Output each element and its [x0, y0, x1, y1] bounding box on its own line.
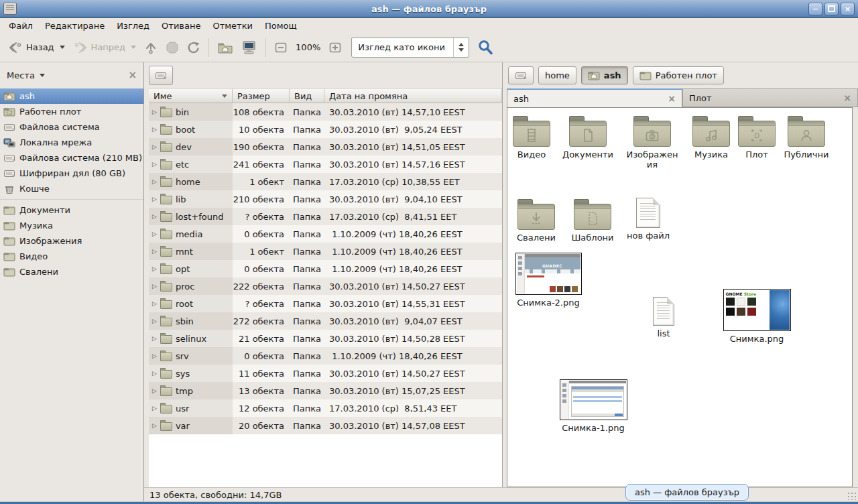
sidebar-item-downloads[interactable]: Свалени [0, 264, 143, 279]
table-row[interactable]: ▷selinux21 обектаПапка30.03.2010 (вт) 14… [149, 330, 502, 347]
expander-icon[interactable]: ▷ [152, 336, 157, 342]
tab-close-icon[interactable]: × [668, 94, 676, 103]
column-header-name[interactable]: Име [149, 88, 233, 103]
breadcrumb-desktop[interactable]: Работен плот [633, 66, 724, 84]
table-row[interactable]: ▷root? обектаПапка30.03.2010 (вт) 14,55,… [149, 295, 502, 312]
back-history-dropdown-icon[interactable] [60, 46, 65, 49]
icon-item-image-snimka[interactable]: GNOME StoreСнимка.png [721, 289, 793, 344]
expander-icon[interactable]: ▷ [152, 318, 157, 324]
expander-icon[interactable]: ▷ [152, 127, 157, 133]
table-row[interactable]: ▷media0 обектаПапка 1.10.2009 (чт) 18,40… [149, 225, 502, 243]
menu-item-bookmarks[interactable]: Отметки [206, 18, 258, 33]
table-row[interactable]: ▷lib210 обектаПапка30.03.2010 (вт) 9,04,… [149, 190, 502, 208]
expander-icon[interactable]: ▷ [152, 388, 157, 394]
icon-item-folder-public[interactable]: Публични [778, 115, 835, 160]
maximize-button[interactable] [824, 3, 839, 15]
column-header-date[interactable]: Дата на промяна [324, 88, 502, 103]
sidebar-item-home-ash[interactable]: ash [0, 88, 143, 104]
sidebar-mode-select[interactable]: Места [7, 70, 45, 80]
sidebar-item-trash[interactable]: Кошче [0, 181, 143, 196]
zoom-out-button[interactable] [270, 38, 292, 57]
resize-grip[interactable] [847, 492, 857, 500]
table-row[interactable]: ▷bin108 обектаПапка30.03.2010 (вт) 14,57… [149, 103, 502, 121]
table-row[interactable]: ▷proc222 обектаПапка30.03.2010 (вт) 14,5… [149, 277, 502, 295]
combo-spinner-icon[interactable] [454, 43, 469, 52]
menu-item-go[interactable]: Отиване [156, 18, 206, 33]
table-row[interactable]: ▷boot10 обектаПапка30.03.2010 (вт) 9,05,… [149, 121, 502, 138]
table-row[interactable]: ▷sys11 обектаПапка30.03.2010 (вт) 14,50,… [149, 365, 502, 382]
table-row[interactable]: ▷var20 обектаПапка30.03.2010 (вт) 14,57,… [149, 417, 502, 434]
breadcrumb-home[interactable]: home [538, 66, 576, 84]
tab-close-icon[interactable]: × [843, 93, 851, 103]
expander-icon[interactable]: ▷ [152, 231, 157, 237]
sidebar-item-pictures[interactable]: Изображения [0, 233, 143, 249]
titlebar[interactable]: ash — файлов браузър − × [0, 0, 858, 18]
table-row[interactable]: ▷dev190 обектаПапка30.03.2010 (вт) 14,51… [149, 138, 502, 155]
icon-item-image-snimka2[interactable]: GUADECСнимка-2.png [513, 253, 584, 308]
icon-view[interactable]: ВидеоДокументиИзображенияМузикаDПлотПубл… [507, 107, 853, 487]
table-row[interactable]: ▷srv0 обектаПапка 1.10.2009 (чт) 18,40,2… [149, 347, 502, 365]
menu-item-help[interactable]: Помощ [259, 18, 303, 33]
icon-item-folder-pictures[interactable]: Изображения [625, 115, 679, 170]
expander-icon[interactable]: ▷ [152, 423, 157, 429]
table-row[interactable]: ▷opt0 обектаПапка 1.10.2009 (чт) 18,40,2… [149, 260, 502, 277]
expander-icon[interactable]: ▷ [152, 162, 157, 168]
expander-icon[interactable]: ▷ [152, 284, 157, 290]
table-row[interactable]: ▷etc241 обектаПапка30.03.2010 (вт) 14,57… [149, 155, 502, 173]
column-header-size[interactable]: Размер [233, 88, 290, 103]
tab-ash[interactable]: ash× [507, 88, 682, 107]
forward-button[interactable]: Напред [69, 38, 140, 58]
menu-item-edit[interactable]: Редактиране [39, 18, 111, 33]
sidebar-item-filesystem-210mb[interactable]: Файлова система (210 MB) [0, 150, 143, 166]
table-row[interactable]: ▷lost+found? обектаПапка17.03.2010 (ср) … [149, 208, 502, 225]
expander-icon[interactable]: ▷ [152, 353, 157, 359]
expander-icon[interactable]: ▷ [152, 405, 157, 412]
table-row[interactable]: ▷home1 обектПапка17.03.2010 (ср) 10,38,5… [149, 173, 502, 190]
column-header-type[interactable]: Вид [290, 88, 324, 103]
sidebar-item-filesystem[interactable]: Файлова система [0, 119, 143, 135]
breadcrumb-ash[interactable]: ash [581, 66, 628, 84]
expander-icon[interactable]: ▷ [152, 266, 157, 272]
forward-history-dropdown-icon[interactable] [131, 46, 136, 49]
minimize-button[interactable]: − [808, 3, 822, 15]
icon-item-folder-desktop[interactable]: DПлот [733, 115, 780, 160]
icon-item-file-list[interactable]: list [637, 297, 690, 338]
tab-plot[interactable]: Плот× [682, 88, 858, 107]
icon-item-file-new[interactable]: нов файл [620, 198, 676, 241]
menu-item-file[interactable]: Файл [3, 18, 39, 33]
breadcrumb-root-drive[interactable] [508, 66, 534, 84]
expander-icon[interactable]: ▷ [152, 301, 157, 307]
reload-button[interactable] [183, 38, 204, 58]
table-row[interactable]: ▷tmp13 обектаПапка30.03.2010 (вт) 15,07,… [149, 382, 502, 399]
sidebar-item-videos[interactable]: Видео [0, 249, 143, 264]
list-pane-location-button[interactable] [149, 66, 173, 85]
table-row[interactable]: ▷sbin272 обектаПапка30.03.2010 (вт) 9,04… [149, 312, 502, 330]
computer-button[interactable] [237, 37, 261, 58]
expander-icon[interactable]: ▷ [152, 371, 157, 377]
sidebar-item-documents[interactable]: Документи [0, 202, 143, 218]
expander-icon[interactable]: ▷ [152, 144, 157, 150]
table-row[interactable]: ▷usr12 обектаПапка17.03.2010 (ср) 8,51,4… [149, 399, 502, 417]
back-button[interactable]: Назад [4, 38, 69, 58]
icon-item-folder-downloads[interactable]: Свалени [508, 198, 564, 243]
close-button[interactable]: × [841, 3, 855, 15]
expander-icon[interactable]: ▷ [152, 179, 157, 185]
sidebar-close-icon[interactable]: × [128, 70, 137, 80]
icon-item-folder-documents[interactable]: Документи [560, 115, 616, 160]
expander-icon[interactable]: ▷ [152, 249, 157, 255]
icon-item-folder-templates[interactable]: Шаблони [564, 198, 621, 243]
up-button[interactable] [140, 38, 162, 58]
table-row[interactable]: ▷mnt1 обектПапка 1.10.2009 (чт) 18,40,26… [149, 243, 502, 260]
stop-button[interactable] [162, 38, 183, 58]
sidebar-item-desktop[interactable]: Работен плот [0, 104, 143, 119]
sidebar-item-music[interactable]: Музика [0, 218, 143, 233]
view-mode-select[interactable]: Изглед като икони [351, 37, 469, 58]
icon-item-folder-videos[interactable]: Видео [508, 115, 555, 160]
search-button[interactable] [477, 39, 495, 56]
expander-icon[interactable]: ▷ [152, 109, 157, 115]
home-button[interactable] [213, 38, 237, 58]
icon-item-folder-music[interactable]: Музика [688, 115, 735, 160]
expander-icon[interactable]: ▷ [152, 214, 157, 220]
expander-icon[interactable]: ▷ [152, 196, 157, 202]
sidebar-item-encrypted-80gb[interactable]: Шифриран дял (80 GB) [0, 166, 143, 181]
